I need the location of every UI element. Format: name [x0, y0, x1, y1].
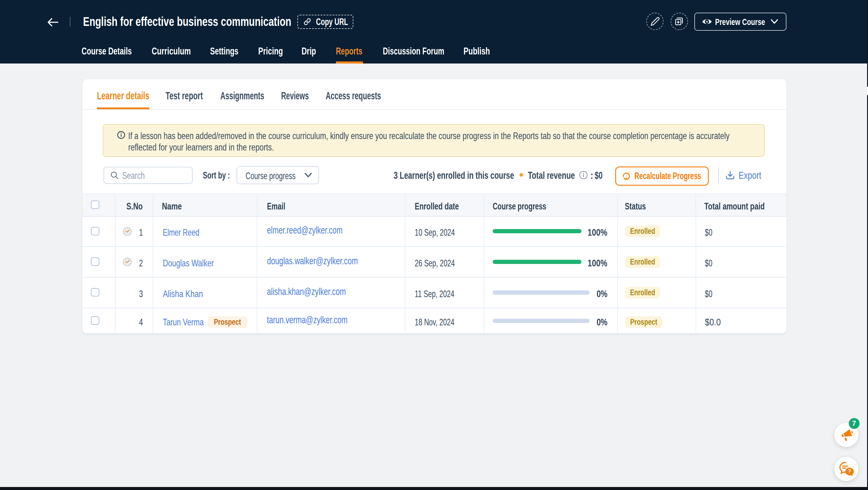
svg-text:?: ?: [848, 468, 851, 474]
